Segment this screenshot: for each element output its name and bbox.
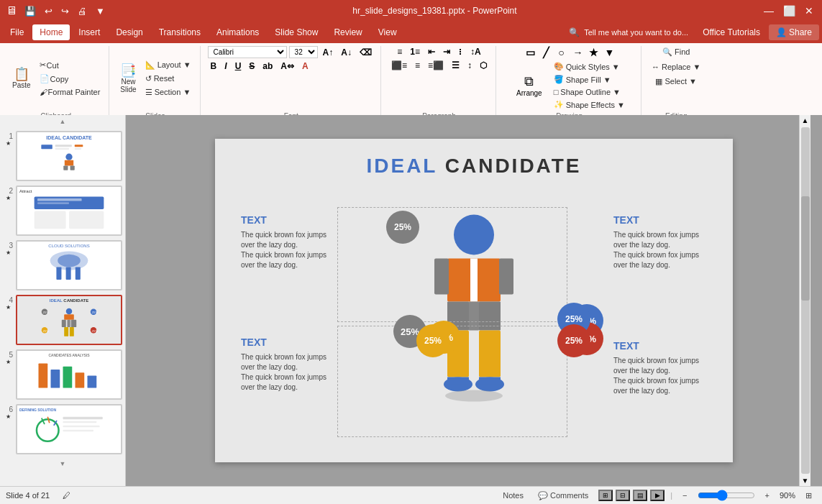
slide-thumb-4[interactable]: IDEAL CANDIDATE 25% 25% [16,295,122,345]
scroll-down-button[interactable]: ▼ [800,475,810,486]
paste-button[interactable]: 📋 Paste [9,65,35,91]
shape-fill-button[interactable]: 🪣 Shape Fill ▼ [551,73,628,86]
justify-button[interactable]: ☰ [449,60,462,71]
underline-button[interactable]: U [232,60,245,72]
font-size-select[interactable]: 32 [289,46,318,58]
increase-font-button[interactable]: A↑ [320,47,337,58]
copy-button[interactable]: 📄 Copy [37,73,104,85]
slide-thumb-1[interactable]: IDEAL CANDIDATE [16,131,122,181]
font-name-select[interactable]: Calibri [208,46,287,58]
shape-arrow[interactable]: → [570,46,585,59]
slide-thumb-6[interactable]: DEFINING SOLUTION [16,404,122,454]
redo-button[interactable]: ↪ [58,4,72,18]
menu-transitions[interactable]: Transitions [152,24,208,40]
align-center-button[interactable]: ≡ [412,60,423,71]
maximize-button[interactable]: ⬜ [782,4,796,18]
shape-effects-button[interactable]: ✨ Shape Effects ▼ [551,98,628,111]
shape-circle[interactable]: ○ [554,46,569,59]
notes-button[interactable]: Notes [498,490,528,501]
shape-star[interactable]: ★ [586,46,600,59]
smartart-button[interactable]: ⬡ [477,60,490,71]
slide-thumb-5[interactable]: CANDIDATES ANALYSIS [16,349,122,400]
font-color-button[interactable]: A [299,60,311,72]
menu-view[interactable]: View [371,24,404,40]
bullets-button[interactable]: ≡ [394,46,405,58]
zoom-level: 90% [780,491,795,500]
col-button[interactable]: ⫶ [455,46,465,58]
layout-button[interactable]: 📐 Layout ▼ [142,59,194,71]
reset-button[interactable]: ↺ Reset [142,73,194,85]
svg-rect-25 [64,327,68,336]
italic-button[interactable]: I [222,60,229,72]
bold-button[interactable]: B [208,60,220,72]
section-button[interactable]: ☰ Section ▼ [142,86,194,98]
select-button[interactable]: ▦ Select ▼ [652,75,700,88]
menu-file[interactable]: File [3,24,31,40]
arrange-button[interactable]: ⧉ Arrange [511,73,548,98]
slide-title: IDEAL CANDIDATE [215,155,733,178]
menu-home[interactable]: Home [32,24,70,40]
undo-button[interactable]: ↩ [42,4,55,18]
close-button[interactable]: ✕ [802,4,816,18]
scroll-up-button[interactable]: ▲ [800,115,810,126]
slide-thumb-2[interactable]: Attract [16,185,122,236]
fit-slide-button[interactable]: ⊞ [801,490,816,502]
slide-sorter-button[interactable]: ⊟ [616,490,630,501]
slideshow-button[interactable]: ▶ [650,490,665,501]
cut-button[interactable]: ✂ Cut [37,59,104,71]
zoom-out-button[interactable]: − [678,490,691,501]
slide-item-5[interactable]: 5 ★ CANDIDATES ANALYSIS [3,349,122,400]
svg-rect-17 [66,267,71,280]
find-button[interactable]: 🔍 Find [659,46,693,58]
slide-item-4[interactable]: 4 ★ IDEAL CANDIDATE [3,295,122,345]
reading-view-button[interactable]: ▤ [633,490,647,501]
normal-view-button[interactable]: ⊞ [598,490,613,501]
numbering-button[interactable]: 1≡ [407,46,423,58]
slide-item-3[interactable]: 3 ★ CLOUD SOLUTIONS [3,240,122,290]
office-tutorials[interactable]: Office Tutorials [695,24,767,40]
char-spacing-button[interactable]: A⇔ [278,60,297,72]
replace-button[interactable]: ↔ Replace ▼ [649,61,703,73]
scroll-thumb[interactable] [801,127,810,474]
print-button[interactable]: 🖨 [75,4,90,18]
zoom-slider[interactable] [698,490,755,501]
line-spacing-button[interactable]: ↕ [465,60,475,71]
menu-design[interactable]: Design [109,24,150,40]
svg-rect-0 [41,145,52,149]
menu-animations[interactable]: Animations [209,24,266,40]
slide-item-6[interactable]: 6 ★ DEFINING SOLUTION [3,404,122,454]
zoom-in-button[interactable]: + [761,490,774,501]
minimize-button[interactable]: — [762,4,776,18]
slide-canvas: IDEAL CANDIDATE [215,139,733,462]
comments-button[interactable]: 💬 Comments [534,490,593,502]
shape-outline-button[interactable]: □ Shape Outline ▼ [551,86,628,98]
save-button[interactable]: 💾 [22,4,39,18]
svg-rect-13 [69,211,104,229]
slide-thumb-3[interactable]: CLOUD SOLUTIONS [16,240,122,290]
shape-line[interactable]: ╱ [539,46,553,59]
quick-styles-button[interactable]: 🎨 Quick Styles ▼ [551,60,628,73]
menu-insert[interactable]: Insert [71,24,107,40]
decrease-font-button[interactable]: A↓ [338,47,355,58]
new-slide-button[interactable]: 📑 NewSlide [117,62,140,96]
format-painter-button[interactable]: 🖌 Format Painter [37,86,104,98]
align-left-button[interactable]: ⬛≡ [388,60,410,71]
text-dir-button[interactable]: ↕A [467,46,484,58]
clear-format-button[interactable]: ⌫ [357,47,375,58]
slide-item-2[interactable]: 2 ★ Attract [3,185,122,236]
menu-review[interactable]: Review [326,24,369,40]
strikethrough-button[interactable]: S [246,60,257,72]
quick-access-dropdown[interactable]: ▼ [93,4,108,18]
slide-notes-icon[interactable]: 🖊 [58,490,75,501]
share-button[interactable]: 👤 Share [769,24,819,40]
shadow-button[interactable]: ab [260,60,275,72]
increase-indent-button[interactable]: ⇥ [440,46,453,58]
decrease-indent-button[interactable]: ⇤ [425,46,438,58]
align-right-button[interactable]: ≡⬛ [425,60,447,71]
vertical-scrollbar[interactable]: ▲ ▼ [799,115,810,486]
shapes-more[interactable]: ▼ [602,46,616,59]
slide-item-1[interactable]: 1 ★ IDEAL CANDIDATE [3,131,122,181]
menu-slideshow[interactable]: Slide Show [268,24,325,40]
svg-rect-8 [70,166,75,170]
shape-rect[interactable]: ▭ [523,46,537,59]
